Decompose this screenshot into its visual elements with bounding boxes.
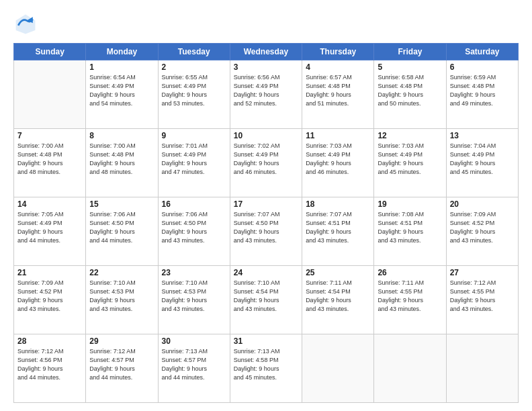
calendar-cell: 20Sunrise: 7:09 AM Sunset: 4:52 PM Dayli… <box>446 197 518 266</box>
day-info: Sunrise: 7:11 AM Sunset: 4:54 PM Dayligh… <box>306 279 370 314</box>
calendar-cell: 14Sunrise: 7:05 AM Sunset: 4:49 PM Dayli… <box>14 197 86 266</box>
day-number: 13 <box>450 131 515 140</box>
calendar-cell: 16Sunrise: 7:06 AM Sunset: 4:50 PM Dayli… <box>158 197 230 266</box>
day-info: Sunrise: 7:13 AM Sunset: 4:57 PM Dayligh… <box>162 347 226 382</box>
day-info: Sunrise: 7:10 AM Sunset: 4:53 PM Dayligh… <box>89 279 154 314</box>
day-number: 1 <box>89 62 154 72</box>
day-number: 14 <box>17 199 82 209</box>
day-number: 31 <box>234 336 298 346</box>
calendar-cell: 1Sunrise: 6:54 AM Sunset: 4:49 PM Daylig… <box>86 60 158 129</box>
calendar-cell: 11Sunrise: 7:03 AM Sunset: 4:49 PM Dayli… <box>302 129 374 197</box>
weekday-header-wednesday: Wednesday <box>230 44 302 60</box>
day-number: 22 <box>89 268 154 277</box>
day-number: 26 <box>378 268 442 277</box>
day-number: 10 <box>234 131 298 140</box>
calendar-cell: 2Sunrise: 6:55 AM Sunset: 4:49 PM Daylig… <box>158 60 230 129</box>
week-row-3: 14Sunrise: 7:05 AM Sunset: 4:49 PM Dayli… <box>14 197 519 266</box>
day-number: 6 <box>450 62 515 72</box>
day-info: Sunrise: 6:57 AM Sunset: 4:48 PM Dayligh… <box>306 73 370 108</box>
day-info: Sunrise: 7:07 AM Sunset: 4:50 PM Dayligh… <box>234 210 298 245</box>
calendar-cell <box>14 60 86 129</box>
day-info: Sunrise: 7:06 AM Sunset: 4:50 PM Dayligh… <box>162 210 226 245</box>
calendar-cell: 21Sunrise: 7:09 AM Sunset: 4:52 PM Dayli… <box>14 266 86 334</box>
day-number: 18 <box>306 199 370 209</box>
weekday-header-thursday: Thursday <box>302 44 374 60</box>
day-number: 19 <box>378 199 442 209</box>
calendar-cell: 13Sunrise: 7:04 AM Sunset: 4:49 PM Dayli… <box>446 129 518 197</box>
day-number: 25 <box>306 268 370 277</box>
calendar-cell: 17Sunrise: 7:07 AM Sunset: 4:50 PM Dayli… <box>230 197 302 266</box>
day-info: Sunrise: 6:54 AM Sunset: 4:49 PM Dayligh… <box>89 73 154 108</box>
day-info: Sunrise: 7:02 AM Sunset: 4:49 PM Dayligh… <box>234 142 298 177</box>
calendar: SundayMondayTuesdayWednesdayThursdayFrid… <box>13 43 519 403</box>
day-number: 28 <box>17 336 82 346</box>
weekday-header-row: SundayMondayTuesdayWednesdayThursdayFrid… <box>14 44 519 60</box>
week-row-5: 28Sunrise: 7:12 AM Sunset: 4:56 PM Dayli… <box>14 334 519 403</box>
calendar-cell: 25Sunrise: 7:11 AM Sunset: 4:54 PM Dayli… <box>302 266 374 334</box>
day-info: Sunrise: 7:10 AM Sunset: 4:53 PM Dayligh… <box>162 279 226 314</box>
day-number: 30 <box>162 336 226 346</box>
day-info: Sunrise: 7:13 AM Sunset: 4:58 PM Dayligh… <box>234 347 298 382</box>
day-info: Sunrise: 7:12 AM Sunset: 4:57 PM Dayligh… <box>89 347 154 382</box>
day-number: 23 <box>162 268 226 277</box>
calendar-cell: 10Sunrise: 7:02 AM Sunset: 4:49 PM Dayli… <box>230 129 302 197</box>
calendar-cell: 30Sunrise: 7:13 AM Sunset: 4:57 PM Dayli… <box>158 334 230 403</box>
day-number: 3 <box>234 62 298 72</box>
day-info: Sunrise: 7:03 AM Sunset: 4:49 PM Dayligh… <box>306 142 370 177</box>
calendar-cell: 24Sunrise: 7:10 AM Sunset: 4:54 PM Dayli… <box>230 266 302 334</box>
calendar-cell: 4Sunrise: 6:57 AM Sunset: 4:48 PM Daylig… <box>302 60 374 129</box>
calendar-cell <box>302 334 374 403</box>
day-number: 7 <box>17 131 82 140</box>
day-number: 5 <box>378 62 442 72</box>
weekday-header-monday: Monday <box>86 44 158 60</box>
calendar-cell: 15Sunrise: 7:06 AM Sunset: 4:50 PM Dayli… <box>86 197 158 266</box>
calendar-cell: 18Sunrise: 7:07 AM Sunset: 4:51 PM Dayli… <box>302 197 374 266</box>
day-number: 2 <box>162 62 226 72</box>
day-info: Sunrise: 7:09 AM Sunset: 4:52 PM Dayligh… <box>450 210 515 245</box>
day-number: 20 <box>450 199 515 209</box>
calendar-cell: 19Sunrise: 7:08 AM Sunset: 4:51 PM Dayli… <box>374 197 446 266</box>
calendar-cell: 3Sunrise: 6:56 AM Sunset: 4:49 PM Daylig… <box>230 60 302 129</box>
day-info: Sunrise: 6:58 AM Sunset: 4:48 PM Dayligh… <box>378 73 442 108</box>
day-info: Sunrise: 7:06 AM Sunset: 4:50 PM Dayligh… <box>89 210 154 245</box>
day-info: Sunrise: 7:12 AM Sunset: 4:56 PM Dayligh… <box>17 347 82 382</box>
calendar-cell <box>446 334 518 403</box>
day-number: 8 <box>89 131 154 140</box>
calendar-cell: 8Sunrise: 7:00 AM Sunset: 4:48 PM Daylig… <box>86 129 158 197</box>
calendar-cell: 9Sunrise: 7:01 AM Sunset: 4:49 PM Daylig… <box>158 129 230 197</box>
page: SundayMondayTuesdayWednesdayThursdayFrid… <box>0 0 532 411</box>
day-info: Sunrise: 7:10 AM Sunset: 4:54 PM Dayligh… <box>234 279 298 314</box>
day-info: Sunrise: 7:04 AM Sunset: 4:49 PM Dayligh… <box>450 142 515 177</box>
calendar-cell: 6Sunrise: 6:59 AM Sunset: 4:48 PM Daylig… <box>446 60 518 129</box>
weekday-header-tuesday: Tuesday <box>158 44 230 60</box>
logo <box>13 12 40 36</box>
day-info: Sunrise: 7:03 AM Sunset: 4:49 PM Dayligh… <box>378 142 442 177</box>
day-number: 29 <box>89 336 154 346</box>
day-info: Sunrise: 7:01 AM Sunset: 4:49 PM Dayligh… <box>162 142 226 177</box>
day-number: 27 <box>450 268 515 277</box>
calendar-cell: 26Sunrise: 7:11 AM Sunset: 4:55 PM Dayli… <box>374 266 446 334</box>
day-info: Sunrise: 7:12 AM Sunset: 4:55 PM Dayligh… <box>450 279 515 314</box>
day-info: Sunrise: 7:00 AM Sunset: 4:48 PM Dayligh… <box>89 142 154 177</box>
logo-icon <box>13 12 38 36</box>
calendar-cell: 22Sunrise: 7:10 AM Sunset: 4:53 PM Dayli… <box>86 266 158 334</box>
day-number: 24 <box>234 268 298 277</box>
day-info: Sunrise: 6:59 AM Sunset: 4:48 PM Dayligh… <box>450 73 515 108</box>
calendar-cell <box>374 334 446 403</box>
day-number: 11 <box>306 131 370 140</box>
week-row-4: 21Sunrise: 7:09 AM Sunset: 4:52 PM Dayli… <box>14 266 519 334</box>
day-number: 4 <box>306 62 370 72</box>
day-number: 12 <box>378 131 442 140</box>
day-info: Sunrise: 7:05 AM Sunset: 4:49 PM Dayligh… <box>17 210 82 245</box>
day-info: Sunrise: 7:00 AM Sunset: 4:48 PM Dayligh… <box>17 142 82 177</box>
day-info: Sunrise: 7:11 AM Sunset: 4:55 PM Dayligh… <box>378 279 442 314</box>
calendar-cell: 5Sunrise: 6:58 AM Sunset: 4:48 PM Daylig… <box>374 60 446 129</box>
day-info: Sunrise: 7:09 AM Sunset: 4:52 PM Dayligh… <box>17 279 82 314</box>
week-row-2: 7Sunrise: 7:00 AM Sunset: 4:48 PM Daylig… <box>14 129 519 197</box>
calendar-cell: 27Sunrise: 7:12 AM Sunset: 4:55 PM Dayli… <box>446 266 518 334</box>
weekday-header-friday: Friday <box>374 44 446 60</box>
day-number: 17 <box>234 199 298 209</box>
header <box>13 12 519 36</box>
calendar-cell: 29Sunrise: 7:12 AM Sunset: 4:57 PM Dayli… <box>86 334 158 403</box>
day-number: 15 <box>89 199 154 209</box>
